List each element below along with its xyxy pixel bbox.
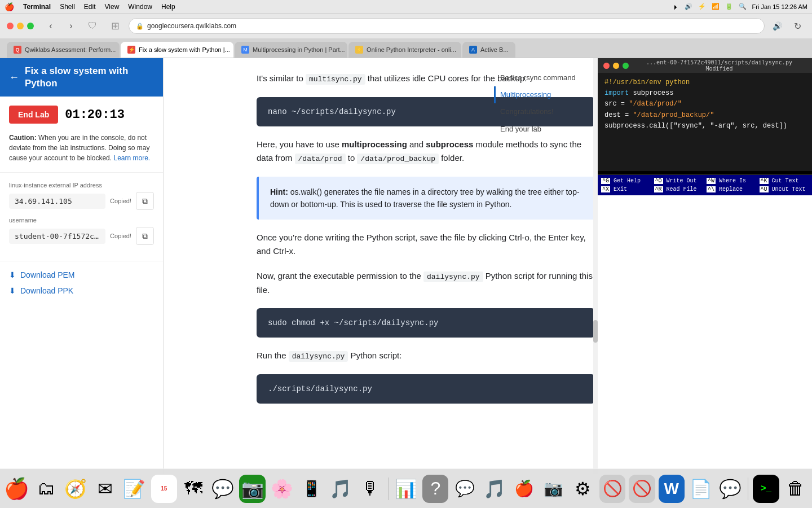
download-ppk-label: Download PPK: [20, 286, 73, 295]
username-row: student-00-7f1572c490 Copied! ⧉: [9, 227, 154, 245]
toc-item-basics[interactable]: Basics rsync command: [494, 69, 589, 86]
terminal-maximize-button[interactable]: [623, 63, 629, 69]
dock-settings[interactable]: ⚙: [570, 475, 596, 503]
toc-panel: Basics rsync command Multiprocessing Con…: [485, 58, 598, 149]
bluetooth-icon[interactable]: ⚡: [698, 3, 706, 10]
ip-label: linux-instance external IP address: [9, 182, 154, 189]
dock-podcasts[interactable]: 🎙: [358, 475, 383, 503]
apple-menu[interactable]: 🍎: [5, 2, 14, 11]
menu-edit[interactable]: Edit: [84, 3, 96, 11]
dock-numbers[interactable]: 📊: [393, 475, 419, 503]
dock-launchpad[interactable]: 🗂: [33, 475, 59, 503]
tab-multiprocessing[interactable]: M Multiprocessing in Python | Part...: [235, 42, 347, 58]
lab-controls-top: End Lab 01:20:13: [9, 106, 154, 124]
tab-active[interactable]: A Active B...: [462, 42, 515, 58]
audio-button[interactable]: 🔊: [769, 18, 785, 34]
menu-view[interactable]: View: [105, 3, 120, 11]
lab-controls: End Lab 01:20:13 Caution: When you are i…: [0, 97, 163, 173]
terminal-minimize-button[interactable]: [613, 63, 619, 69]
lab-back-button[interactable]: ←: [9, 72, 19, 84]
browser-chrome: ‹ › 🛡 ⊞ 🔒 googlecoursera.qwiklabs.com 🔊 …: [0, 14, 812, 58]
download-ppk-icon: ⬇: [9, 286, 16, 295]
dock-safari[interactable]: 🧭: [63, 475, 89, 503]
download-ppk-link[interactable]: ⬇ Download PPK: [9, 286, 154, 295]
toc-item-congratulations[interactable]: Congratulations!: [494, 103, 589, 120]
wifi-icon[interactable]: 📶: [712, 3, 720, 10]
tab-grid-icon[interactable]: ⊞: [106, 17, 124, 35]
username-copy-button[interactable]: ⧉: [136, 227, 154, 245]
nano-status-bar: [598, 171, 812, 175]
tab-label-fix-python: Fix a slow system with Python |...: [139, 46, 230, 53]
dock-music[interactable]: 🎵: [328, 475, 354, 503]
learn-more-link[interactable]: Learn more.: [113, 154, 150, 162]
download-pem-link[interactable]: ⬇ Download PEM: [9, 270, 154, 279]
terminal-line4: dest = "/data/prod_backup/": [604, 110, 805, 121]
maximize-window-button[interactable]: [27, 23, 34, 29]
tab-python-interpreter[interactable]: ⚡ Online Python Interpreter - onli...: [348, 42, 461, 58]
tab-qwiklabs[interactable]: Q Qwiklabs Assessment: Perform...: [7, 42, 120, 58]
ip-copy-button[interactable]: ⧉: [136, 192, 154, 210]
dock-apple2[interactable]: 🍎: [511, 475, 537, 503]
menu-shell[interactable]: Shell: [60, 3, 75, 11]
dock-separator-2: [748, 478, 748, 500]
dock-music2[interactable]: 🎵: [482, 475, 508, 503]
browser-content: ← Fix a slow system with Python End Lab …: [0, 58, 812, 495]
close-window-button[interactable]: [7, 23, 14, 29]
nano-editor-bar: ^G Get Help ^O Write Out ^W Where Is ^K …: [598, 171, 812, 195]
caution-box: Caution: When you are in the console, do…: [9, 133, 154, 163]
nano-shortcut-uncut-text: ^U Uncut Text: [758, 186, 810, 193]
dock-photos[interactable]: 🌸: [269, 475, 295, 503]
toc-label-end-lab: End your lab: [500, 125, 541, 133]
dock-noop2[interactable]: 🚫: [629, 475, 655, 503]
url-text: googlecoursera.qwiklabs.com: [147, 22, 236, 30]
dock-question[interactable]: ?: [422, 475, 448, 503]
volume-icon[interactable]: 🔊: [685, 3, 692, 10]
dock-trash[interactable]: 🗑: [783, 475, 809, 503]
reload-button[interactable]: ↻: [789, 18, 805, 34]
dock-iphone-mirroring[interactable]: 📱: [298, 475, 324, 503]
hint-box: Hint: os.walk() generates the file names…: [257, 177, 595, 220]
dock-maps[interactable]: 🗺: [180, 475, 206, 503]
minimize-window-button[interactable]: [17, 23, 24, 29]
dock-terminal[interactable]: >_: [753, 475, 779, 503]
scrollbar-thumb[interactable]: [593, 320, 598, 343]
code-dailysync-2: dailysync.py: [289, 351, 348, 362]
address-bar[interactable]: 🔒 googlecoursera.qwiklabs.com: [129, 18, 765, 34]
menu-help[interactable]: Help: [161, 3, 175, 11]
dock-slack[interactable]: 💬: [452, 475, 478, 503]
back-button[interactable]: ‹: [43, 18, 59, 34]
dock-whatsapp[interactable]: 💬: [717, 475, 743, 503]
dock-noop1[interactable]: 🚫: [599, 475, 625, 503]
dock-word[interactable]: W: [659, 475, 685, 503]
content-para5: Run the dailysync.py Python script:: [257, 349, 595, 363]
terminal-window[interactable]: ...ent-00-7f1572c49011/scripts/dailysync…: [598, 58, 812, 171]
dock-finder[interactable]: 🍎: [3, 475, 29, 503]
download-pem-icon: ⬇: [9, 270, 16, 279]
tab-fix-python[interactable]: ⚡ Fix a slow system with Python |...: [121, 42, 233, 58]
dock-facetime[interactable]: 📷: [239, 475, 265, 503]
tab-label-python-interpreter: Online Python Interpreter - onli...: [367, 46, 456, 53]
dock-messages[interactable]: 💬: [210, 475, 236, 503]
ip-copied-badge: Copied!: [110, 198, 131, 204]
dock-notes[interactable]: 📝: [121, 475, 147, 503]
forward-button[interactable]: ›: [63, 18, 79, 34]
dock-photos2[interactable]: 📷: [540, 475, 566, 503]
code-data-prod-backup: /data/prod_backup: [357, 154, 439, 164]
mac-menubar: 🍎 Terminal Shell Edit View Window Help ⏵…: [0, 0, 812, 14]
app-name[interactable]: Terminal: [23, 3, 51, 11]
toc-item-multiprocessing[interactable]: Multiprocessing: [494, 86, 589, 103]
menu-window[interactable]: Window: [128, 3, 152, 11]
dock-acrobat[interactable]: 📄: [688, 475, 714, 503]
terminal-titlebar: ...ent-00-7f1572c49011/scripts/dailysync…: [598, 58, 812, 73]
tab-favicon-multiprocessing: M: [241, 46, 249, 54]
bold-subprocess: subprocess: [426, 139, 473, 149]
dock-calendar[interactable]: 15: [151, 475, 177, 503]
end-lab-button[interactable]: End Lab: [9, 106, 58, 124]
search-icon[interactable]: 🔍: [739, 3, 747, 10]
nano-shortcuts-grid: ^G Get Help ^O Write Out ^W Where Is ^K …: [598, 175, 812, 195]
dock-mail[interactable]: ✉: [92, 475, 118, 503]
terminal-close-button[interactable]: [603, 63, 610, 69]
toc-item-end-lab[interactable]: End your lab: [494, 121, 589, 138]
code-block-run: ./scripts/dailysync.py: [257, 374, 595, 404]
nano-shortcut-read-file: ^R Read File: [653, 186, 705, 193]
